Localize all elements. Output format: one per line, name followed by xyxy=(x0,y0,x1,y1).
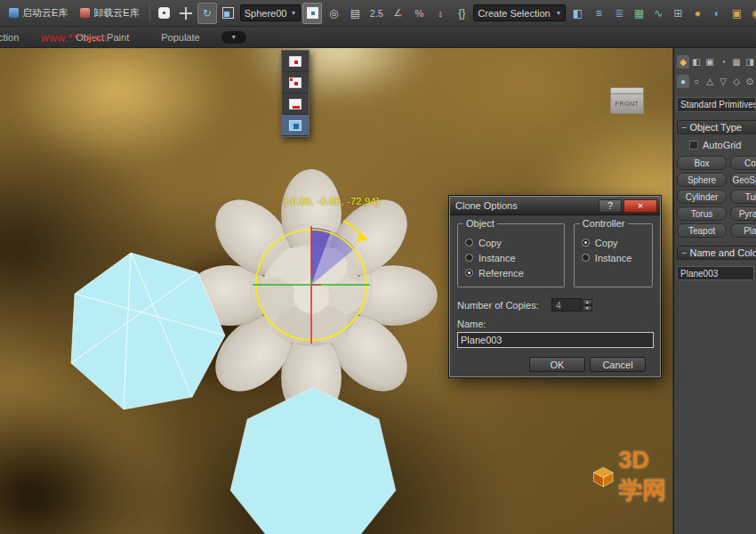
ribbon-minimize-button[interactable]: ▼ xyxy=(221,31,246,44)
unload-cloud-button[interactable]: 卸载云E库 xyxy=(75,3,144,24)
select-and-move-button[interactable] xyxy=(176,3,196,24)
cameras-icon: ▽ xyxy=(720,77,727,86)
flyout-use-pivot-point-center[interactable] xyxy=(282,51,309,72)
dialog-close-button[interactable]: × xyxy=(623,199,657,213)
flyout-use-selection-center[interactable] xyxy=(282,72,309,93)
layer-explorer-button[interactable]: ≣ xyxy=(610,4,628,22)
box-button[interactable]: Box xyxy=(677,156,727,170)
cylinder-button[interactable]: Cylinder xyxy=(677,190,727,204)
subtab-cameras[interactable]: ▽ xyxy=(717,75,729,88)
controller-group: Controller Copy Instance xyxy=(574,223,653,287)
ribbon-tab-row: Selection Object Paint Populate ▼ xyxy=(0,27,756,48)
schematic-view-button[interactable]: ⊞ xyxy=(669,4,687,22)
snap-toggle-button[interactable]: 2.5 xyxy=(366,3,386,24)
tab-display[interactable]: ▦ xyxy=(730,55,743,69)
clone-name-input[interactable] xyxy=(457,332,654,348)
align-button[interactable]: ≡ xyxy=(589,3,608,24)
radio-checked-icon[interactable] xyxy=(582,239,590,247)
watermark-text: www.***.com xyxy=(41,32,107,44)
modify-icon: ◧ xyxy=(692,57,700,67)
subtab-spacewarps[interactable]: ⊙ xyxy=(744,75,756,88)
ok-button[interactable]: OK xyxy=(529,357,585,372)
dialog-titlebar[interactable]: Clone Options ? × xyxy=(450,197,660,215)
use-center-flyout xyxy=(281,50,310,137)
copies-spinner-field[interactable]: 4 xyxy=(551,298,582,312)
radio-object-reference[interactable]: Reference xyxy=(465,265,564,280)
primitive-category-dropdown[interactable]: Standard Primitives ▼ xyxy=(677,97,756,112)
tab-selection[interactable]: Selection xyxy=(0,27,28,48)
autogrid-checkbox[interactable] xyxy=(689,141,698,150)
plane-button[interactable]: Plane xyxy=(730,223,756,238)
render-production-button[interactable]: ◉ xyxy=(747,4,756,22)
radio-object-copy[interactable]: Copy xyxy=(465,235,564,250)
select-and-manipulate-button[interactable]: ◎ xyxy=(324,3,343,24)
keyboard-override-button[interactable]: ▤ xyxy=(345,3,365,24)
rollout-object-type[interactable]: Object Type xyxy=(677,120,756,134)
percent-snap-button[interactable]: % xyxy=(409,3,429,24)
object-group: Object Copy Instance Reference xyxy=(457,223,565,287)
sphere-button[interactable]: Sphere xyxy=(677,173,727,187)
mirror-button[interactable]: ◧ xyxy=(567,3,587,24)
launch-cloud-label: 启动云E库 xyxy=(22,6,68,20)
select-and-scale-button[interactable] xyxy=(219,3,238,24)
create-subcategory-tabs: ● ○ △ ▽ ◇ ⊙ ◎ xyxy=(677,75,756,88)
flyout-use-transform-coord-center[interactable] xyxy=(282,93,309,115)
ribbon-icon: ▦ xyxy=(634,7,644,20)
subtab-geometry[interactable]: ● xyxy=(677,75,689,88)
radio-controller-instance[interactable]: Instance xyxy=(582,250,652,265)
geosphere-button[interactable]: GeoSphere xyxy=(730,173,756,187)
lights-icon: △ xyxy=(706,77,713,86)
radio-object-instance[interactable]: Instance xyxy=(465,250,564,265)
subtab-helpers[interactable]: ◇ xyxy=(730,75,743,88)
command-panel-tabs: ◆ ◧ ▣ ◔ ▦ ◨ xyxy=(677,55,756,69)
select-and-place-button[interactable] xyxy=(155,3,174,24)
viewcube[interactable]: FRONT xyxy=(610,87,644,114)
select-and-rotate-button[interactable]: ↻ xyxy=(197,3,217,24)
subtab-shapes[interactable]: ○ xyxy=(690,75,703,88)
edit-named-sets-button[interactable]: {} xyxy=(452,3,471,24)
cancel-button[interactable]: Cancel xyxy=(590,357,646,372)
tab-modify[interactable]: ◧ xyxy=(690,55,703,69)
render-setup-button[interactable]: ◐ xyxy=(708,4,726,22)
radio-icon[interactable] xyxy=(465,239,473,247)
radio-controller-copy[interactable]: Copy xyxy=(582,235,652,250)
rollout-name-and-color[interactable]: Name and Color xyxy=(677,246,756,260)
pyramid-button[interactable]: Pyramid xyxy=(730,206,756,221)
launch-cloud-button[interactable]: 启动云E库 xyxy=(4,3,73,24)
tab-populate[interactable]: Populate xyxy=(152,27,208,48)
material-editor-button[interactable]: ● xyxy=(688,4,706,22)
cone-button[interactable]: Cone xyxy=(730,156,756,170)
tab-hierarchy[interactable]: ▣ xyxy=(704,55,716,69)
dialog-help-button[interactable]: ? xyxy=(599,199,622,213)
curve-editor-button[interactable]: ∿ xyxy=(649,4,667,22)
tab-motion[interactable]: ◔ xyxy=(717,55,729,69)
angle-snap-button[interactable]: ∠ xyxy=(388,3,407,24)
subtab-lights[interactable]: △ xyxy=(704,75,716,88)
viewcube-front-face[interactable]: FRONT xyxy=(610,93,644,114)
flyout-use-transform-coord-center-selected[interactable] xyxy=(282,115,309,136)
object-name-field[interactable] xyxy=(677,266,754,280)
radio-icon[interactable] xyxy=(465,254,473,262)
radio-icon[interactable] xyxy=(582,254,590,262)
spinner-down-icon[interactable]: ▼ xyxy=(583,305,592,312)
named-selection-set-dropdown[interactable]: Create Selection Se ▼ xyxy=(473,4,566,21)
controller-group-title: Controller xyxy=(580,218,628,229)
tube-button[interactable]: Tube xyxy=(730,190,756,204)
torus-button[interactable]: Torus xyxy=(677,206,727,221)
graphite-ribbon-button[interactable]: ▦ xyxy=(630,4,647,22)
plane-object-bottom[interactable] xyxy=(230,387,396,534)
tab-utilities[interactable]: ◨ xyxy=(744,55,756,69)
axis-x-label: x xyxy=(324,282,328,291)
spinner-up-icon[interactable]: ▲ xyxy=(583,299,592,305)
use-center-flyout-button[interactable] xyxy=(302,3,322,24)
tab-create[interactable]: ◆ xyxy=(677,55,689,69)
rendered-frame-button[interactable]: ▣ xyxy=(728,4,745,22)
teapot-button[interactable]: Teapot xyxy=(677,223,727,238)
logo-text: 3D学网 xyxy=(619,447,672,506)
copies-spinner-arrows[interactable]: ▲ ▼ xyxy=(583,299,592,312)
spinner-snap-button[interactable]: ↕ xyxy=(430,3,450,24)
reference-coordinate-dropdown[interactable]: Sphere00 ▼ xyxy=(240,4,302,21)
radio-checked-icon[interactable] xyxy=(465,269,473,277)
manipulate-icon: ◎ xyxy=(329,7,338,20)
material-sphere-icon: ● xyxy=(695,7,701,20)
